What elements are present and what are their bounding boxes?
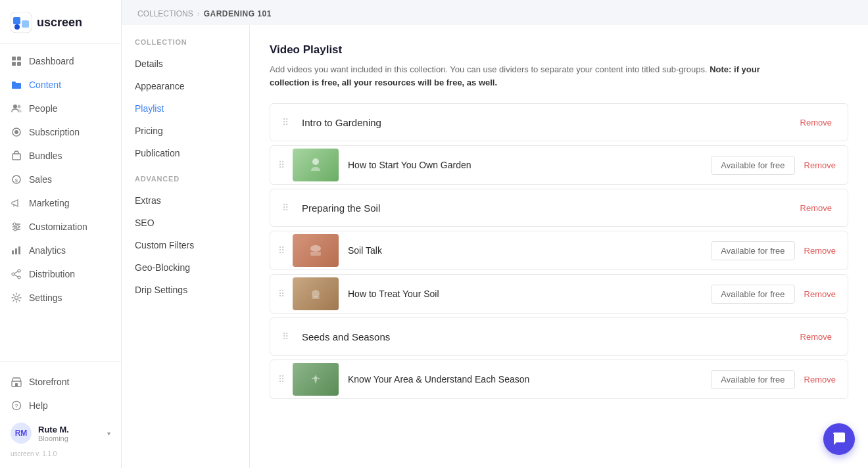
sidebar-item-customization[interactable]: Customization (0, 215, 121, 239)
thumbnail (293, 234, 339, 267)
sidebar-item-dashboard[interactable]: Dashboard (0, 49, 121, 73)
svg-rect-21 (12, 250, 14, 254)
folder-icon (11, 79, 22, 91)
svg-point-24 (18, 269, 20, 272)
drag-handle[interactable]: ⠿ (270, 245, 293, 256)
playlist-item-soil-talk: ⠿ Soil Talk Available for free Remove (270, 231, 848, 270)
section-divider-seeds: ⠿ Seeds and Seasons Remove (270, 317, 848, 356)
grid-icon (11, 55, 22, 67)
sidebar-item-label: Content (29, 80, 61, 90)
drag-handle[interactable]: ⠿ (274, 117, 297, 128)
sidebar-item-distribution[interactable]: Distribution (0, 262, 121, 286)
menu-item-geo-blocking[interactable]: Geo-Blocking (122, 256, 249, 279)
remove-button[interactable]: Remove (800, 332, 844, 342)
svg-line-27 (14, 271, 18, 273)
logo-icon (11, 12, 32, 33)
chevron-down-icon: ▾ (107, 430, 110, 437)
thumbnail (293, 277, 339, 310)
menu-item-playlist[interactable]: Playlist (122, 97, 249, 120)
available-badge: Available for free (711, 156, 794, 175)
sidebar-item-marketing[interactable]: Marketing (0, 191, 121, 215)
store-icon (11, 376, 22, 388)
drag-handle[interactable]: ⠿ (270, 289, 293, 299)
menu-item-publication[interactable]: Publication (122, 142, 249, 164)
svg-text:?: ? (15, 403, 18, 410)
menu-item-seo[interactable]: SEO (122, 212, 249, 234)
question-icon: ? (11, 400, 22, 411)
user-name: Rute M. (38, 425, 101, 434)
menu-item-details[interactable]: Details (122, 53, 249, 75)
drag-handle[interactable]: ⠿ (270, 160, 293, 170)
svg-rect-22 (15, 248, 17, 254)
available-badge: Available for free (711, 370, 794, 389)
svg-rect-36 (310, 252, 321, 256)
menu-item-drip-settings[interactable]: Drip Settings (122, 279, 249, 301)
sidebar-item-people[interactable]: People (0, 97, 121, 120)
thumbnail (293, 149, 339, 181)
svg-rect-4 (12, 57, 16, 60)
sliders-icon (11, 221, 22, 233)
available-badge: Available for free (711, 285, 794, 304)
svg-point-18 (13, 223, 16, 225)
remove-button[interactable]: Remove (804, 375, 848, 385)
sidebar-item-bundles[interactable]: Bundles (0, 144, 121, 168)
svg-text:$: $ (15, 177, 18, 183)
svg-point-3 (14, 24, 20, 30)
sidebar-item-label: Storefront (29, 377, 69, 387)
remove-button[interactable]: Remove (800, 118, 844, 128)
playlist-panel: Video Playlist Add videos you want inclu… (250, 25, 868, 468)
breadcrumb: COLLECTIONS › GARDENING 101 (122, 0, 868, 25)
section-divider-intro: ⠿ Intro to Gardening Remove (270, 103, 848, 141)
remove-button[interactable]: Remove (800, 203, 844, 213)
avatar: RM (11, 423, 32, 444)
sidebar-item-label: Marketing (29, 198, 69, 208)
sidebar-item-label: Bundles (29, 151, 62, 161)
svg-rect-2 (22, 20, 29, 28)
remove-button[interactable]: Remove (804, 246, 848, 256)
advanced-section-title: ADVANCED (122, 175, 249, 189)
svg-line-28 (14, 275, 18, 277)
sidebar-item-label: People (29, 103, 58, 114)
menu-item-pricing[interactable]: Pricing (122, 120, 249, 142)
package-icon (11, 150, 22, 162)
playlist-title: Video Playlist (270, 43, 848, 57)
circle-icon (11, 126, 22, 138)
playlist-item-know-area: ⠿ Know Your Area & Understand Each Seaso… (270, 360, 848, 399)
svg-rect-23 (18, 246, 20, 254)
remove-button[interactable]: Remove (804, 160, 848, 170)
logo-text: uscreen (37, 16, 82, 30)
svg-point-26 (18, 276, 20, 279)
user-info: Rute M. Blooming (38, 425, 101, 442)
sidebar-item-storefront[interactable]: Storefront (0, 370, 121, 394)
sidebar-item-sales[interactable]: $ Sales (0, 168, 121, 191)
sidebar-item-subscription[interactable]: Subscription (0, 120, 121, 144)
item-label: Know Your Area & Understand Each Season (348, 374, 711, 385)
sidebar-item-analytics[interactable]: Analytics (0, 239, 121, 262)
drag-handle[interactable]: ⠿ (274, 331, 297, 342)
svg-point-11 (14, 130, 18, 134)
sidebar-item-settings[interactable]: Settings (0, 286, 121, 310)
user-section[interactable]: RM Rute M. Blooming ▾ (0, 417, 121, 449)
sidebar-item-help[interactable]: ? Help (0, 394, 121, 417)
svg-rect-38 (312, 296, 320, 299)
bar-chart-icon (11, 245, 22, 256)
remove-button[interactable]: Remove (804, 289, 848, 299)
playlist-description: Add videos you want included in this col… (270, 63, 769, 89)
item-label: How to Treat Your Soil (348, 289, 711, 299)
drag-handle[interactable]: ⠿ (270, 374, 293, 385)
svg-rect-1 (13, 17, 20, 24)
collection-panel: COLLECTION Details Appearance Playlist P… (122, 25, 250, 468)
sidebar-item-label: Settings (29, 292, 62, 303)
section-divider-preparing: ⠿ Preparing the Soil Remove (270, 189, 848, 227)
svg-point-9 (18, 105, 21, 108)
item-label: How to Start You Own Garden (348, 160, 711, 170)
menu-item-appearance[interactable]: Appearance (122, 75, 249, 97)
playlist-item-treat-soil: ⠿ How to Treat Your Soil Available for f… (270, 274, 848, 314)
menu-item-extras[interactable]: Extras (122, 189, 249, 212)
sidebar-item-label: Distribution (29, 269, 75, 279)
sidebar-nav: Dashboard Content People Subscription (0, 44, 121, 362)
drag-handle[interactable]: ⠿ (274, 202, 297, 213)
sidebar-item-content[interactable]: Content (0, 73, 121, 97)
chat-widget[interactable] (823, 423, 855, 455)
menu-item-custom-filters[interactable]: Custom Filters (122, 234, 249, 256)
